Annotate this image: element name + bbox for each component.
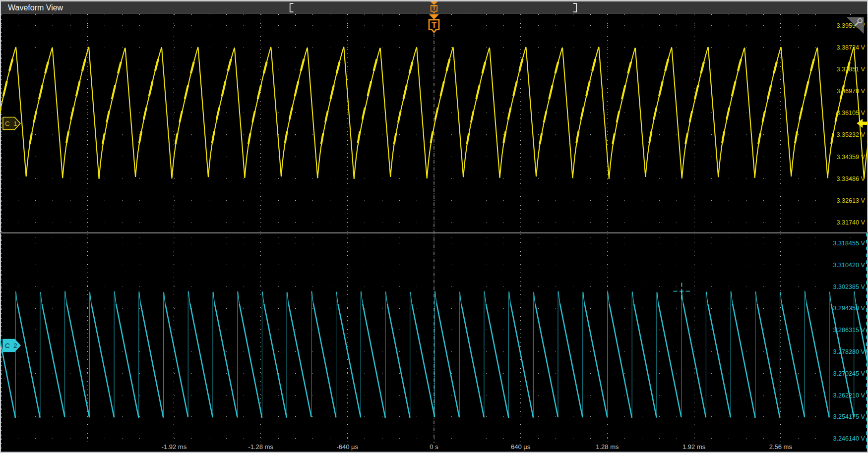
- svg-text:3.294350 V: 3.294350 V: [833, 305, 866, 312]
- svg-text:3.33486 V: 3.33486 V: [837, 175, 866, 182]
- svg-text:3.278280 V: 3.278280 V: [833, 348, 866, 355]
- svg-text:0 s: 0 s: [430, 443, 438, 451]
- svg-text:3.270245 V: 3.270245 V: [833, 370, 866, 377]
- svg-text:T: T: [433, 5, 436, 11]
- svg-text:1.28 ms: 1.28 ms: [596, 443, 619, 451]
- svg-text:1.92 ms: 1.92 ms: [682, 443, 706, 451]
- svg-text:3.36978 V: 3.36978 V: [837, 88, 866, 95]
- svg-text:3.38724 V: 3.38724 V: [837, 44, 866, 51]
- svg-text:Waveform View: Waveform View: [8, 3, 63, 12]
- svg-text:3.37851 V: 3.37851 V: [837, 66, 866, 73]
- svg-text:C: C: [5, 342, 10, 349]
- svg-text:3.36105 V: 3.36105 V: [837, 110, 866, 116]
- svg-text:640 µs: 640 µs: [511, 443, 531, 451]
- svg-text:3.35232 V: 3.35232 V: [837, 131, 866, 138]
- svg-text:3.262210 V: 3.262210 V: [833, 392, 866, 399]
- svg-text:T: T: [432, 21, 437, 30]
- svg-text:3.302385 V: 3.302385 V: [833, 283, 866, 290]
- svg-text:3.318455 V: 3.318455 V: [833, 240, 866, 247]
- svg-text:3.246140 V: 3.246140 V: [833, 435, 866, 442]
- svg-text:3.31740 V: 3.31740 V: [837, 219, 866, 226]
- svg-text:3.310420 V: 3.310420 V: [833, 262, 866, 269]
- svg-text:-640 µs: -640 µs: [336, 443, 358, 451]
- svg-text:3.254175 V: 3.254175 V: [833, 413, 866, 420]
- svg-text:-1.92 ms: -1.92 ms: [162, 443, 187, 451]
- svg-text:C: C: [5, 120, 10, 127]
- svg-text:1: 1: [13, 120, 17, 127]
- svg-text:2: 2: [13, 342, 17, 349]
- svg-text:3.286315 V: 3.286315 V: [833, 327, 866, 334]
- svg-text:3.34359 V: 3.34359 V: [837, 154, 866, 161]
- svg-text:-1.28 ms: -1.28 ms: [248, 443, 273, 451]
- svg-text:3.32613 V: 3.32613 V: [837, 197, 866, 204]
- svg-text:2.56 ms: 2.56 ms: [769, 443, 793, 451]
